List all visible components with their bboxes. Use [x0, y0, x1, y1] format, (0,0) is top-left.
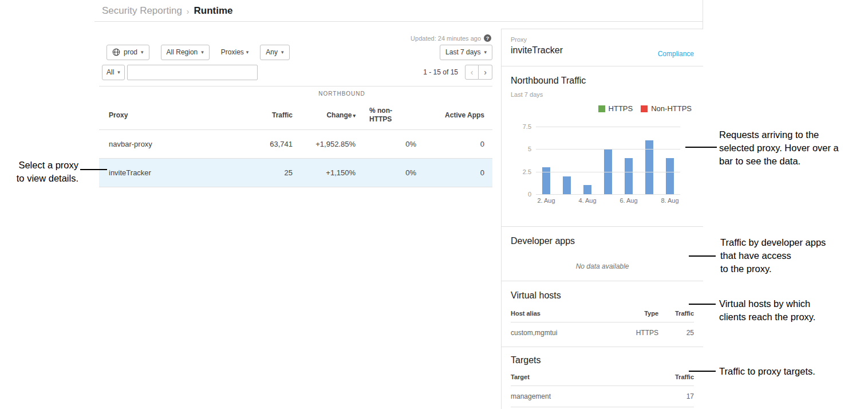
cell-traffic: 25 — [658, 323, 694, 344]
cell-host-alias: custom,mgmtui — [511, 323, 618, 344]
region-label: All Region — [167, 48, 198, 56]
group-header-spacer — [424, 86, 492, 101]
https-bar[interactable] — [645, 140, 653, 194]
globe-icon — [112, 48, 120, 56]
pagination-count: 1 - 15 of 15 — [423, 68, 458, 76]
virtual-hosts-title: Virtual hosts — [511, 281, 694, 301]
page-title: Runtime — [194, 5, 233, 17]
https-bar[interactable] — [563, 176, 571, 194]
next-page-button[interactable]: › — [479, 65, 492, 80]
environment-label: prod — [124, 48, 137, 56]
cell-non-https: 0% — [364, 159, 424, 187]
table-row[interactable]: inviteTracker 25 +1,150% 0% 0 — [99, 159, 492, 187]
callout-line — [689, 255, 716, 257]
annotation-developer-apps: Traffic by developer apps that have acce… — [720, 236, 858, 276]
https-bar[interactable] — [666, 158, 674, 194]
table-group-header-row: NORTHBOUND — [99, 86, 492, 101]
column-header-traffic: Traffic — [259, 101, 301, 130]
y-tick-label: 5 — [512, 145, 531, 152]
cell-traffic: 17 — [658, 386, 694, 407]
environment-dropdown[interactable]: prod ▾ — [106, 45, 149, 60]
legend-item-https: HTTPS — [598, 104, 633, 113]
https-swatch-icon — [598, 105, 605, 112]
targets-section: Targets Target Traffic management 17 — [502, 347, 703, 407]
x-tick-label: 6. Aug — [618, 197, 639, 204]
y-tick-label: 7.5 — [512, 123, 531, 130]
caret-down-icon: ▾ — [117, 69, 120, 75]
date-range-label: Last 7 days — [445, 48, 480, 56]
cell-active-apps: 0 — [424, 130, 492, 159]
column-header-proxy: Proxy — [99, 101, 259, 130]
virtual-hosts-section: Virtual hosts Host alias Type Traffic cu… — [502, 281, 703, 347]
cell-active-apps: 0 — [424, 159, 492, 187]
compliance-link[interactable]: Compliance — [658, 50, 694, 58]
column-header-non-https: % non- HTTPS — [364, 101, 424, 130]
cell-proxy: inviteTracker — [99, 159, 259, 187]
caret-down-icon: ▾ — [201, 49, 204, 55]
region-dropdown[interactable]: All Region ▾ — [161, 45, 210, 60]
date-range-dropdown[interactable]: Last 7 days ▾ — [440, 45, 492, 60]
table-row[interactable]: navbar-proxy 63,741 +1,952.85% 0% 0 — [99, 130, 492, 159]
caret-down-icon: ▾ — [141, 49, 144, 55]
x-tick-label: 8. Aug — [660, 197, 680, 204]
sort-desc-icon: ▾ — [353, 113, 356, 119]
bar-slot — [639, 127, 660, 194]
updated-label: Updated: 24 minutes ago — [411, 35, 481, 42]
caret-down-icon: ▾ — [484, 49, 487, 55]
x-tick-label: 4. Aug — [577, 197, 598, 204]
callout-line — [685, 147, 717, 148]
bar-slot — [598, 127, 618, 194]
legend-label: HTTPS — [609, 104, 633, 113]
previous-page-button[interactable]: ‹ — [465, 65, 479, 80]
breadcrumb-parent[interactable]: Security Reporting — [102, 5, 182, 17]
virtual-hosts-table: Host alias Type Traffic custom,mgmtui HT… — [511, 310, 694, 343]
cell-non-https: 0% — [364, 130, 424, 159]
https-bar[interactable] — [625, 158, 633, 194]
x-tick-label — [598, 197, 618, 204]
cell-traffic: 25 — [259, 159, 301, 187]
y-tick-label: 0 — [512, 191, 531, 198]
caret-down-icon: ▾ — [246, 49, 249, 55]
chart-legend: HTTPS Non-HTTPS — [598, 104, 692, 113]
x-tick-label: 2. Aug — [536, 197, 557, 204]
column-header-active-apps: Active Apps — [424, 101, 492, 130]
callout-line — [689, 371, 716, 372]
annotation-select-proxy: Select a proxy to view details. — [0, 159, 78, 185]
table-header-row: Proxy Traffic Change▾ % non- HTTPS Activ… — [99, 101, 492, 130]
proxy-header-section: Proxy inviteTracker Compliance — [502, 29, 703, 66]
detail-panel: Proxy inviteTracker Compliance Northboun… — [501, 29, 703, 409]
https-bar[interactable] — [583, 185, 591, 194]
help-icon[interactable]: ? — [484, 34, 491, 42]
developer-apps-section: Developer apps No data available — [502, 227, 703, 281]
callout-line — [689, 304, 716, 305]
virtual-host-row[interactable]: custom,mgmtui HTTPS 25 — [511, 323, 694, 344]
column-header-target: Target — [511, 373, 658, 386]
search-scope-dropdown[interactable]: All ▾ — [102, 65, 125, 80]
x-axis-labels: 2. Aug4. Aug6. Aug8. Aug — [536, 197, 680, 204]
bar-slot — [577, 127, 598, 194]
annotation-targets: Traffic to proxy targets. — [719, 365, 859, 378]
target-row[interactable]: management 17 — [511, 386, 694, 407]
cell-change: +1,952.85% — [301, 130, 364, 159]
legend-label: Non-HTTPS — [651, 104, 692, 113]
change-label: Change — [326, 111, 352, 119]
column-header-traffic: Traffic — [658, 310, 694, 323]
any-label: Any — [266, 48, 278, 56]
main-panel: Updated: 24 minutes ago ? prod ▾ All Reg… — [99, 29, 492, 409]
search-input[interactable] — [127, 65, 258, 80]
group-header-northbound: NORTHBOUND — [259, 86, 424, 101]
cell-target: management — [511, 386, 658, 407]
bar-chart-plot: 02.557.5 — [536, 127, 680, 194]
column-header-type: Type — [618, 310, 658, 323]
northbound-subtitle: Last 7 days — [511, 91, 694, 98]
proxies-table: NORTHBOUND Proxy Traffic Change▾ % non- … — [99, 86, 492, 187]
cell-proxy: navbar-proxy — [99, 130, 259, 159]
any-dropdown[interactable]: Any ▾ — [260, 45, 289, 60]
breadcrumb-separator-icon: › — [187, 6, 190, 16]
search-scope-label: All — [106, 68, 114, 76]
y-tick-label: 2.5 — [512, 168, 531, 175]
targets-table: Target Traffic management 17 — [511, 373, 694, 407]
proxies-dropdown[interactable]: Proxies ▾ — [221, 45, 249, 60]
column-header-change[interactable]: Change▾ — [301, 101, 364, 130]
caret-down-icon: ▾ — [281, 49, 284, 55]
